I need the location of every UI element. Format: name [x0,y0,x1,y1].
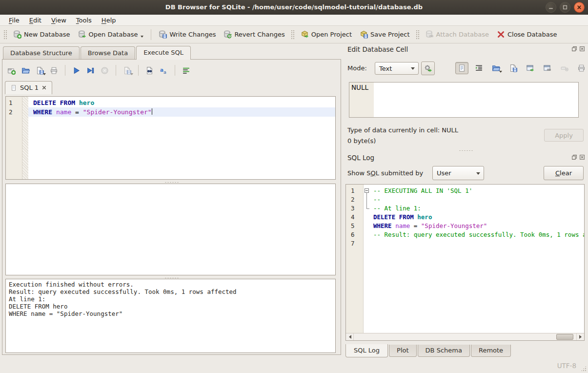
revert-changes-button[interactable]: Revert Changes [220,28,288,41]
word-wrap-button[interactable] [180,64,193,77]
log-line: 4DELETE FROM hero [346,213,584,222]
splitter-handle-icon [459,150,473,151]
sql-log-dock-title: SQL Log [347,154,374,162]
format-sql-button[interactable]: aa [157,64,170,77]
float-icon [571,154,578,161]
menu-view[interactable]: View [46,16,71,25]
export-data-button[interactable] [507,62,520,74]
write-changes-button[interactable]: Write Changes [155,28,220,41]
execute-all-button[interactable] [70,64,83,77]
sql-log-filter-select[interactable]: User [432,166,484,180]
tab-database-structure[interactable]: Database Structure [3,46,80,59]
open-database-button[interactable]: Open Database [74,28,148,41]
editor-line[interactable]: 1DELETE FROM hero [6,98,335,107]
stop-execution-icon [101,66,109,75]
sql-doc-tab[interactable]: SQL 1 [5,81,52,94]
close-database-button[interactable]: Close Database [493,28,561,41]
close-icon [579,45,586,52]
sql-editor[interactable]: 1DELETE FROM hero2WHERE name = "Spider-Y… [5,96,336,180]
float-icon [571,45,578,52]
edit-cell-dock-title: Edit Database Cell [347,45,408,53]
splitter-docks[interactable] [344,149,588,152]
text-mode-icon [458,64,466,72]
float-dock-button[interactable] [571,45,578,52]
print-cell-button[interactable] [575,62,588,74]
close-dock-button[interactable] [579,154,586,161]
new-database-icon [13,30,21,39]
titlebar[interactable]: DB Browser for SQLite - /home/user/code/… [0,0,588,15]
menu-help[interactable]: Help [97,16,121,25]
mode-select[interactable]: Text [375,62,419,75]
tab-execute-sql[interactable]: Execute SQL [136,46,191,60]
toolbar-handle [416,30,420,40]
menu-edit[interactable]: Edit [24,16,46,25]
cell-value-editor[interactable]: NULL [349,82,579,118]
bottom-tab-sql-log[interactable]: SQL Log [345,344,388,357]
resize-grip[interactable] [581,366,587,372]
log-line: 2-- [346,195,584,204]
bottom-tab-plot[interactable]: Plot [389,345,417,357]
fold-collapse-icon[interactable] [365,188,369,193]
edit-cell-dock-buttons [571,45,586,52]
copy-link-button[interactable] [541,62,554,74]
export-results-button [121,64,134,77]
scroll-right-button[interactable] [576,333,584,340]
float-dock-button[interactable] [571,154,578,161]
set-null-button [558,62,571,74]
menu-file[interactable]: File [4,16,24,25]
log-line: 1-- EXECUTING ALL IN 'SQL 1' [346,186,584,195]
clear-log-button[interactable]: Clear [544,166,584,180]
dropdown-caret-icon[interactable] [141,36,143,39]
auto-switch-mode-button[interactable] [421,62,435,75]
save-sql-file-button[interactable] [33,64,46,77]
sql-file-icon [10,84,17,91]
sql-log-dock-buttons [571,154,586,161]
scroll-left-button[interactable] [346,333,354,340]
close-icon [579,154,586,161]
close-button[interactable] [574,2,585,13]
execute-current-line-button[interactable] [84,64,97,77]
splitter-handle-icon [164,182,179,183]
apply-button[interactable]: Apply [544,129,584,142]
open-database-icon [78,30,86,39]
line-number: 7 [346,239,364,248]
minimize-button[interactable] [546,2,556,13]
save-project-button[interactable]: Save Project [356,28,414,41]
maximize-button[interactable] [560,2,570,13]
cell-size-text: 0 byte(s) [347,137,376,145]
new-database-button[interactable]: New Database [9,28,74,41]
menu-tools[interactable]: Tools [71,16,97,25]
toolbar-separator [116,65,116,76]
close-dock-button[interactable] [579,45,586,52]
toolbar-handle [291,30,295,40]
cell-toolbar [455,62,588,74]
close-tab-icon[interactable] [41,85,47,90]
fold-margin [364,213,372,222]
import-data-button[interactable] [489,62,503,74]
text-mode-button[interactable] [455,62,468,74]
find-replace-button[interactable] [143,64,156,77]
open-project-button[interactable]: Open Project [297,28,356,41]
editor-line[interactable]: 2WHERE name = "Spider-Youngster" [6,107,335,117]
scrollbar-thumb[interactable] [556,334,573,340]
log-line: 6-- Result: query executed successfully.… [346,230,584,239]
print-sql-button[interactable] [47,64,61,77]
dropdown-caret-icon [43,73,46,77]
window-controls [546,2,585,13]
bottom-tab-remote[interactable]: Remote [471,345,511,357]
open-sql-file-button[interactable] [19,64,32,77]
horizontal-scrollbar[interactable] [346,333,584,340]
stop-execution-button [98,64,111,77]
line-number: 5 [346,222,364,230]
message-pane: Execution finished without errors. Resul… [5,279,336,353]
open-sql-file-icon [21,66,30,75]
bottom-tab-db-schema[interactable]: DB Schema [418,345,470,357]
indent-wrap-button[interactable] [472,62,486,74]
sql-log-view[interactable]: 1-- EXECUTING ALL IN 'SQL 1'2--3-- At li… [345,184,585,341]
tab-browse-data[interactable]: Browse Data [81,46,136,59]
open-in-external-button[interactable] [524,62,537,74]
new-sql-tab-button[interactable] [5,64,18,77]
sql-toolbar: aa [5,62,193,79]
toolbar-separator [138,65,139,76]
fold-margin [364,222,372,230]
